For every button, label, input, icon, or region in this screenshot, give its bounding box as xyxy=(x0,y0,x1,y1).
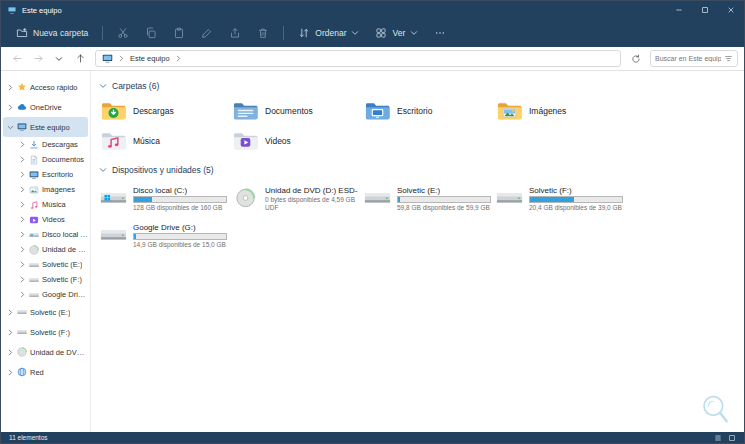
sidebar-item-este-equipo[interactable]: Este equipo xyxy=(3,117,88,137)
sidebar-item-dvd-d-root[interactable]: Unidad de DVD (D:) xyxy=(3,342,88,362)
chevron-right-icon[interactable] xyxy=(19,291,26,298)
thumbnail-view-icon[interactable] xyxy=(728,434,736,442)
new-folder-button[interactable]: Nueva carpeta xyxy=(9,23,95,43)
folder-item-documentos[interactable]: Documentos xyxy=(229,97,361,124)
arrow-right-icon xyxy=(33,53,44,64)
chevron-right-icon[interactable] xyxy=(7,309,14,316)
chevron-down-icon[interactable] xyxy=(99,82,107,90)
section-header-devices[interactable]: Dispositivos y unidades (5) xyxy=(99,165,740,175)
search-box xyxy=(650,50,738,67)
sidebar-item-disco-local-c[interactable]: Disco local (C:) xyxy=(3,227,88,242)
list-view-icon[interactable] xyxy=(714,434,722,442)
chevron-right-icon[interactable] xyxy=(19,261,26,268)
sidebar-item-imagenes[interactable]: Imágenes xyxy=(3,182,88,197)
chevron-right-icon[interactable] xyxy=(19,141,26,148)
sort-button[interactable]: Ordenar xyxy=(291,23,366,43)
sidebar-item-musica[interactable]: Música xyxy=(3,197,88,212)
new-folder-label: Nueva carpeta xyxy=(33,28,88,38)
drive-item-dvd-d[interactable]: Unidad de DVD (D:) ESD-ISO 0 bytes dispo… xyxy=(229,181,361,215)
section-header-folders[interactable]: Carpetas (6) xyxy=(99,81,740,91)
back-button[interactable] xyxy=(7,50,27,68)
drive-capacity-text: 59,8 GB disponibles de 59,9 GB xyxy=(397,204,490,211)
capacity-bar xyxy=(397,196,491,203)
sidebar-item-onedrive[interactable]: OneDrive xyxy=(3,97,88,117)
chevron-right-icon[interactable] xyxy=(19,171,26,178)
cut-button[interactable] xyxy=(110,23,136,43)
sidebar-item-escritorio[interactable]: Escritorio xyxy=(3,167,88,182)
folder-item-imagenes[interactable]: Imágenes xyxy=(493,97,625,124)
sidebar-item-acceso-rapido[interactable]: Acceso rápido xyxy=(3,77,88,97)
chevron-right-icon[interactable] xyxy=(7,329,14,336)
chevron-down-icon[interactable] xyxy=(99,166,107,174)
window-controls xyxy=(666,1,744,19)
title-bar[interactable]: Este equipo xyxy=(1,1,744,19)
drive-item-google-drive-g[interactable]: Google Drive (G:) 14,9 GB disponibles de… xyxy=(97,218,229,252)
more-options-button[interactable] xyxy=(427,23,453,43)
chevron-right-icon[interactable] xyxy=(7,104,14,111)
drive-item-solvetic-e[interactable]: Solvetic (E:) 59,8 GB disponibles de 59,… xyxy=(361,181,493,215)
chevron-right-icon[interactable] xyxy=(7,349,14,356)
chevron-right-icon[interactable] xyxy=(19,201,26,208)
maximize-button[interactable] xyxy=(692,1,718,19)
minimize-button[interactable] xyxy=(666,1,692,19)
chevron-right-icon[interactable] xyxy=(19,186,26,193)
delete-button[interactable] xyxy=(250,23,276,43)
sidebar-item-dvd-d[interactable]: Unidad de DVD (D:) xyxy=(3,242,88,257)
view-button[interactable]: Ver xyxy=(368,23,425,43)
sidebar-item-solvetic-e-root[interactable]: Solvetic (E:) xyxy=(3,302,88,322)
chevron-right-icon[interactable] xyxy=(175,55,182,62)
capacity-bar xyxy=(133,196,227,203)
recent-locations-button[interactable] xyxy=(49,50,69,68)
breadcrumb[interactable]: Este equipo xyxy=(130,54,170,63)
sidebar-item-label: Este equipo xyxy=(30,123,70,132)
drive-icon xyxy=(29,275,39,285)
sidebar-item-label: OneDrive xyxy=(30,103,62,112)
address-input[interactable]: Este equipo xyxy=(95,50,621,67)
chevron-right-icon[interactable] xyxy=(19,246,26,253)
folder-item-escritorio[interactable]: Escritorio xyxy=(361,97,493,124)
search-input[interactable] xyxy=(655,55,721,62)
drive-item-solvetic-f[interactable]: Solvetic (F:) 20,4 GB disponibles de 39,… xyxy=(493,181,625,215)
drive-info: Disco local (C:) 128 GB disponibles de 1… xyxy=(133,186,226,211)
chevron-right-icon[interactable] xyxy=(7,84,14,91)
file-list-area: Carpetas (6) Descargas Documentos Escrit… xyxy=(91,71,744,432)
sidebar-item-solvetic-e[interactable]: Solvetic (E:) xyxy=(3,257,88,272)
sidebar-item-solvetic-f[interactable]: Solvetic (F:) xyxy=(3,272,88,287)
chevron-right-icon[interactable] xyxy=(7,369,14,376)
picture-icon xyxy=(29,185,39,195)
up-button[interactable] xyxy=(70,50,90,68)
folder-item-videos[interactable]: Videos xyxy=(229,127,361,154)
section-title: Carpetas (6) xyxy=(112,81,159,91)
address-bar: Este equipo xyxy=(1,47,744,71)
toolbar-separator xyxy=(102,26,103,40)
copy-button[interactable] xyxy=(138,23,164,43)
file-explorer-window: Este equipo Nueva carpeta Ordenar Ver xyxy=(0,0,745,444)
refresh-button[interactable] xyxy=(626,50,646,68)
sidebar-item-descargas[interactable]: Descargas xyxy=(3,137,88,152)
sidebar-item-videos[interactable]: Videos xyxy=(3,212,88,227)
forward-button[interactable] xyxy=(28,50,48,68)
dvd-icon xyxy=(17,347,27,357)
chevron-down-icon[interactable] xyxy=(7,124,14,131)
paste-button[interactable] xyxy=(166,23,192,43)
chevron-right-icon[interactable] xyxy=(19,276,26,283)
close-button[interactable] xyxy=(718,1,744,19)
chevron-right-icon[interactable] xyxy=(19,156,26,163)
folder-item-musica[interactable]: Música xyxy=(97,127,229,154)
filter-icon[interactable] xyxy=(724,54,733,63)
sidebar-item-red[interactable]: Red xyxy=(3,362,88,382)
navigation-pane: Acceso rápido OneDrive Este equipo Desca… xyxy=(1,71,91,432)
folder-item-descargas[interactable]: Descargas xyxy=(97,97,229,124)
share-button[interactable] xyxy=(222,23,248,43)
drive-item-disco-local-c[interactable]: Disco local (C:) 128 GB disponibles de 1… xyxy=(97,181,229,215)
toolbar-separator xyxy=(283,26,284,40)
sidebar-item-documentos[interactable]: Documentos xyxy=(3,152,88,167)
folder-music-icon xyxy=(101,131,126,151)
chevron-right-icon[interactable] xyxy=(19,216,26,223)
status-view-toggles xyxy=(714,434,736,442)
rename-button[interactable] xyxy=(194,23,220,43)
drive-info: Solvetic (E:) 59,8 GB disponibles de 59,… xyxy=(397,186,490,211)
sidebar-item-solvetic-f-root[interactable]: Solvetic (F:) xyxy=(3,322,88,342)
sidebar-item-google-drive-g[interactable]: Google Drive (G:) xyxy=(3,287,88,302)
chevron-right-icon[interactable] xyxy=(19,231,26,238)
